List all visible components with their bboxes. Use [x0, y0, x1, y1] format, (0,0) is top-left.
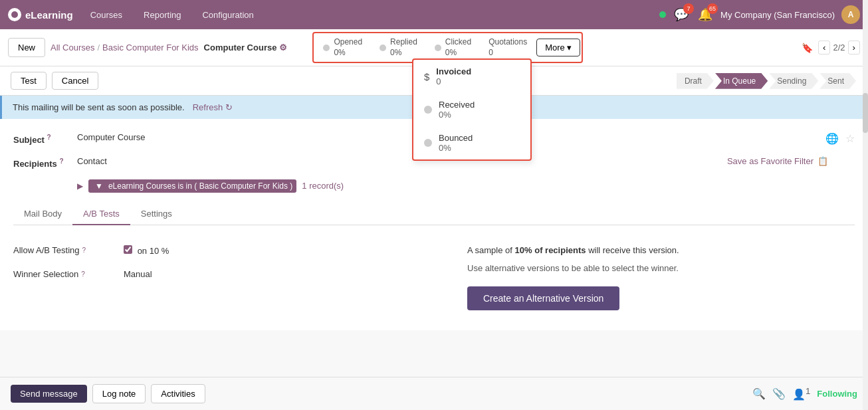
navbar: eLearning Courses Reporting Configuratio… — [0, 0, 868, 29]
replied-label: Replied — [390, 37, 417, 48]
activities-badge: 65 — [707, 3, 718, 14]
received-value: 0% — [439, 110, 475, 120]
avatar[interactable]: A — [841, 5, 860, 24]
nav-reporting[interactable]: Reporting — [140, 7, 185, 23]
tab-mail-body[interactable]: Mail Body — [13, 203, 72, 225]
tab-ab-tests[interactable]: A/B Tests — [72, 203, 130, 225]
refresh-link[interactable]: Refresh ↻ — [193, 102, 233, 112]
opened-value: 0% — [334, 48, 362, 58]
allow-ab-row: Allow A/B Testing ? on 10 % — [13, 245, 427, 256]
page-indicator: 2/2 — [833, 43, 845, 52]
page-nav: ‹ 2/2 › — [818, 41, 860, 54]
banner-text: This mailing will be sent as soon as pos… — [13, 102, 185, 112]
ab-right-text1: A sample of 10% of recipients will recei… — [467, 245, 855, 255]
pipeline-draft[interactable]: Draft — [677, 73, 714, 89]
new-button[interactable]: New — [8, 38, 45, 57]
ab-content: Allow A/B Testing ? on 10 % Winner Selec… — [13, 239, 855, 324]
tabs: Mail Body A/B Tests Settings — [13, 203, 855, 225]
pipeline-steps: Draft In Queue Sending Sent — [677, 73, 857, 89]
allow-ab-tooltip[interactable]: ? — [82, 247, 86, 254]
breadcrumb-parent[interactable]: Basic Computer For Kids — [102, 43, 199, 52]
test-button[interactable]: Test — [11, 72, 47, 90]
winner-tooltip[interactable]: ? — [81, 270, 85, 278]
pipeline-inqueue[interactable]: In Queue — [715, 73, 768, 89]
brand: eLearning — [8, 8, 73, 21]
winner-selection-value: Manual — [124, 269, 152, 279]
replied-dot — [380, 45, 386, 51]
subject-tooltip[interactable]: ? — [47, 134, 51, 141]
quotations-value: 0 — [488, 48, 527, 58]
received-dot — [424, 106, 432, 114]
dropdown-invoiced[interactable]: $ Invoiced 0 — [413, 60, 530, 93]
globe-icon[interactable]: 🌐 — [825, 132, 839, 145]
brand-logo — [8, 8, 21, 21]
recipients-value: Contact — [77, 156, 107, 166]
tab-settings[interactable]: Settings — [130, 203, 183, 225]
breadcrumb-sep1: / — [97, 43, 100, 52]
allow-ab-checkbox[interactable] — [124, 245, 132, 254]
messages-button[interactable]: 💬 7 — [673, 6, 690, 23]
company-name: My Company (San Francisco) — [720, 10, 835, 20]
stat-opened[interactable]: Opened 0% — [315, 35, 370, 60]
allow-ab-value: on 10 % — [124, 245, 169, 256]
save-favorite-filter[interactable]: Save as Favorite Filter 📋 — [727, 156, 828, 166]
ab-two-col: Allow A/B Testing ? on 10 % Winner Selec… — [13, 245, 855, 310]
dropdown-received[interactable]: Received 0% — [413, 93, 530, 126]
nav-courses[interactable]: Courses — [86, 7, 126, 23]
winner-selection-row: Winner Selection ? Manual — [13, 269, 427, 279]
navbar-right: 💬 7 🔔 65 My Company (San Francisco) A — [659, 5, 860, 24]
prev-page-button[interactable]: ‹ — [818, 41, 830, 54]
replied-value: 0% — [390, 48, 417, 58]
invoiced-label: Invoiced — [436, 66, 471, 76]
more-button[interactable]: More ▾ — [536, 39, 580, 56]
ab-recipients-bold: 10% of recipients — [515, 245, 586, 255]
nav-right-actions: 🔖 ‹ 2/2 › — [802, 41, 860, 54]
opened-label: Opened — [334, 37, 362, 48]
save-icon: 📋 — [817, 156, 828, 166]
pipeline-sent[interactable]: Sent — [819, 73, 856, 89]
recipients-label: Recipients ? — [13, 156, 66, 169]
bounced-label: Bounced — [439, 133, 473, 143]
bounced-dot — [424, 139, 432, 147]
allow-ab-label: Allow A/B Testing ? — [13, 245, 113, 255]
filter-badge-icon: ▼ — [92, 181, 106, 191]
messages-badge: 7 — [683, 3, 694, 14]
breadcrumb: All Courses / Basic Computer For Kids Co… — [51, 43, 287, 52]
settings-gear-icon[interactable]: ⚙ — [279, 43, 287, 52]
star-icon[interactable]: ☆ — [845, 132, 855, 145]
received-label: Received — [439, 100, 475, 110]
stat-replied[interactable]: Replied 0% — [372, 35, 425, 60]
scrollbar-thumb[interactable] — [863, 93, 868, 133]
filter-badge[interactable]: ▼ eLearning Courses is in ( Basic Comput… — [88, 179, 296, 193]
filter-expand-icon[interactable]: ▶ — [77, 181, 83, 191]
create-alternative-version-button[interactable]: Create an Alternative Version — [467, 286, 619, 310]
bookmark-icon[interactable]: 🔖 — [802, 43, 813, 53]
winner-selection-label: Winner Selection ? — [13, 269, 113, 279]
activities-button[interactable]: 🔔 65 — [697, 6, 714, 23]
ab-section-left: Allow A/B Testing ? on 10 % Winner Selec… — [13, 245, 427, 310]
quotations-label: Quotations — [488, 37, 527, 48]
pipeline-sending[interactable]: Sending — [769, 73, 818, 89]
subject-label: Subject ? — [13, 132, 66, 145]
brand-name: eLearning — [25, 9, 73, 21]
nav-configuration[interactable]: Configuration — [198, 7, 257, 23]
opened-dot — [323, 45, 330, 51]
breadcrumb-root[interactable]: All Courses — [51, 43, 94, 52]
online-status-dot — [659, 11, 666, 18]
more-dropdown: $ Invoiced 0 Received 0% Bounced 0% — [412, 58, 532, 161]
stat-quotations[interactable]: Quotations 0 — [481, 35, 535, 60]
bounced-value: 0% — [439, 143, 473, 153]
records-count[interactable]: 1 record(s) — [302, 181, 344, 191]
clicked-value: 0% — [445, 48, 471, 58]
scrollbar[interactable] — [863, 0, 868, 330]
clicked-label: Clicked — [445, 37, 471, 48]
dropdown-bounced[interactable]: Bounced 0% — [413, 126, 530, 159]
cancel-button[interactable]: Cancel — [52, 72, 98, 90]
breadcrumb-current: Computer Course ⚙ — [204, 43, 288, 52]
stat-clicked[interactable]: Clicked 0% — [427, 35, 479, 60]
ab-section-right: A sample of 10% of recipients will recei… — [441, 245, 855, 310]
invoiced-value: 0 — [436, 76, 471, 86]
recipients-tooltip[interactable]: ? — [59, 157, 63, 165]
dollar-icon: $ — [424, 71, 429, 82]
next-page-button[interactable]: › — [848, 41, 860, 54]
